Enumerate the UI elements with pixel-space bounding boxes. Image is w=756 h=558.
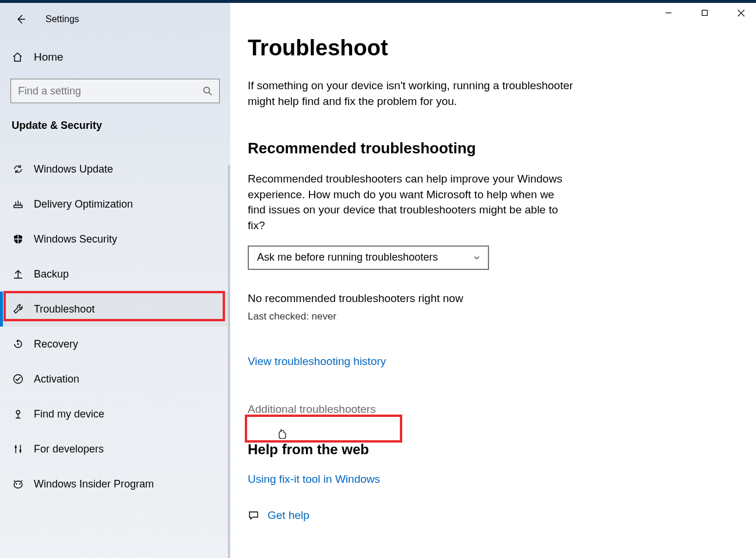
svg-point-10: [17, 343, 19, 345]
svg-point-15: [15, 446, 17, 448]
svg-rect-1: [702, 10, 708, 16]
nav-label: For developers: [34, 443, 104, 455]
search-input[interactable]: [10, 79, 220, 103]
svg-point-5: [204, 87, 210, 93]
svg-point-12: [16, 410, 20, 414]
nav-windows-insider[interactable]: Windows Insider Program: [0, 466, 230, 501]
insider-icon: [12, 478, 24, 490]
help-title: Help from the web: [248, 441, 733, 458]
check-circle-icon: [12, 373, 24, 385]
nav-backup[interactable]: Backup: [0, 257, 230, 292]
back-button[interactable]: [12, 10, 29, 28]
minimize-button[interactable]: [658, 5, 679, 21]
sidebar: Settings Home Update & Security Windows …: [0, 3, 230, 558]
nav-windows-update[interactable]: Windows Update: [0, 152, 230, 187]
last-checked: Last checked: never: [248, 311, 733, 322]
home-nav[interactable]: Home: [0, 43, 230, 72]
nav-find-my-device[interactable]: Find my device: [0, 396, 230, 431]
nav-label: Windows Insider Program: [34, 478, 154, 490]
close-button[interactable]: [730, 5, 751, 21]
developer-icon: [12, 443, 24, 455]
svg-line-6: [209, 93, 212, 96]
troubleshoot-preference-dropdown[interactable]: Ask me before running troubleshooters: [248, 245, 489, 270]
page-title: Troubleshoot: [248, 36, 733, 61]
delivery-icon: [12, 198, 24, 210]
nav-windows-security[interactable]: Windows Security: [0, 222, 230, 257]
home-label: Home: [34, 51, 64, 64]
chat-icon: [248, 510, 259, 521]
nav-label: Recovery: [34, 338, 78, 350]
nav-for-developers[interactable]: For developers: [0, 431, 230, 466]
nav-label: Troubleshoot: [34, 303, 94, 315]
nav-label: Delivery Optimization: [34, 198, 133, 210]
history-link[interactable]: View troubleshooting history: [248, 355, 386, 368]
svg-rect-7: [14, 205, 22, 208]
status-line: No recommended troubleshooters right now: [248, 292, 733, 305]
intro-text: If something on your device isn't workin…: [248, 78, 574, 109]
svg-point-17: [14, 481, 22, 488]
nav-label: Activation: [34, 373, 79, 385]
backup-icon: [12, 268, 24, 280]
app-title: Settings: [45, 14, 79, 24]
recommended-title: Recommended troubleshooting: [248, 139, 733, 157]
recommended-text: Recommended troubleshooters can help imp…: [248, 171, 574, 233]
main-content: Troubleshoot If something on your device…: [230, 3, 756, 558]
nav-troubleshoot[interactable]: Troubleshoot: [0, 292, 230, 327]
svg-point-16: [19, 450, 22, 452]
search-icon: [202, 86, 213, 96]
home-icon: [12, 51, 24, 63]
chevron-down-icon: [473, 254, 481, 262]
sync-icon: [12, 163, 24, 176]
nav-label: Windows Update: [34, 163, 113, 176]
maximize-button[interactable]: [694, 5, 715, 21]
nav-label: Find my device: [34, 408, 104, 420]
location-icon: [12, 408, 24, 420]
nav-label: Backup: [34, 268, 69, 280]
svg-point-19: [19, 483, 20, 485]
dropdown-value: Ask me before running troubleshooters: [257, 251, 438, 264]
recovery-icon: [12, 338, 24, 350]
additional-troubleshooters-link[interactable]: Additional troubleshooters: [248, 403, 376, 415]
shield-icon: [12, 233, 24, 245]
svg-point-18: [16, 483, 17, 485]
help-link[interactable]: Using fix-it tool in Windows: [248, 473, 380, 486]
nav-delivery-optimization[interactable]: Delivery Optimization: [0, 187, 230, 222]
nav-label: Windows Security: [34, 233, 117, 245]
nav-activation[interactable]: Activation: [0, 362, 230, 396]
nav-recovery[interactable]: Recovery: [0, 327, 230, 362]
wrench-icon: [12, 303, 24, 315]
category-header: Update & Security: [0, 103, 230, 138]
get-help-link[interactable]: Get help: [268, 509, 310, 522]
